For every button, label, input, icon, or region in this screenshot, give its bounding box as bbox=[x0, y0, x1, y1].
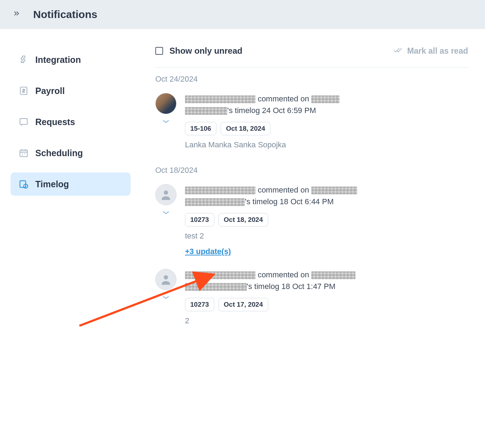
notification-item[interactable]: commented on 's timelog 24 Oct 6:59 PM 1… bbox=[155, 93, 468, 153]
comment-text: Lanka Manka Sanka Sopojka bbox=[185, 140, 468, 149]
avatar bbox=[155, 269, 176, 290]
page-header: Notifications bbox=[0, 0, 485, 29]
timelog-icon bbox=[18, 179, 29, 189]
notification-body: commented on 's timelog 24 Oct 6:59 PM 1… bbox=[185, 93, 468, 153]
requests-icon bbox=[18, 117, 29, 127]
suffix-text: 's timelog bbox=[227, 106, 262, 115]
action-text: commented on bbox=[258, 94, 311, 103]
sidebar-item-integration[interactable]: Integration bbox=[11, 48, 131, 71]
timestamp: 18 Oct 6:44 PM bbox=[280, 197, 334, 206]
sidebar-item-label: Payroll bbox=[35, 86, 65, 96]
sidebar-item-label: Scheduling bbox=[35, 148, 83, 158]
redacted-name bbox=[185, 95, 256, 103]
timestamp: 18 Oct 1:47 PM bbox=[281, 282, 335, 291]
comment-text: test 2 bbox=[185, 231, 468, 241]
redacted-name bbox=[311, 95, 340, 103]
timestamp: 24 Oct 6:59 PM bbox=[262, 106, 316, 115]
job-pill[interactable]: 10273 bbox=[185, 213, 214, 226]
suffix-text: 's timelog bbox=[245, 197, 280, 206]
sidebar-item-label: Timelog bbox=[35, 179, 69, 189]
svg-point-5 bbox=[164, 190, 168, 195]
sidebar-item-payroll[interactable]: Payroll bbox=[11, 79, 131, 102]
notification-left bbox=[155, 93, 176, 153]
date-pill[interactable]: Oct 18, 2024 bbox=[221, 122, 270, 135]
mark-all-read-button[interactable]: Mark all as read bbox=[394, 46, 468, 56]
redacted-name bbox=[185, 283, 247, 291]
date-pill[interactable]: Oct 18, 2024 bbox=[218, 213, 268, 226]
redacted-name bbox=[311, 271, 355, 279]
sidebar-item-timelog[interactable]: Timelog bbox=[11, 172, 131, 196]
notification-body: commented on 's timelog 18 Oct 6:44 PM 1… bbox=[185, 184, 468, 256]
sidebar-item-label: Integration bbox=[35, 55, 81, 65]
date-pill[interactable]: Oct 17, 2024 bbox=[218, 298, 268, 311]
notification-item[interactable]: commented on 's timelog 18 Oct 1:47 PM 1… bbox=[155, 269, 468, 329]
action-text: commented on bbox=[258, 270, 311, 279]
notification-left bbox=[155, 184, 176, 256]
notification-body: commented on 's timelog 18 Oct 1:47 PM 1… bbox=[185, 269, 468, 329]
chevron-down-icon[interactable] bbox=[162, 119, 170, 125]
redacted-name bbox=[185, 107, 227, 115]
job-pill[interactable]: 15-106 bbox=[185, 122, 216, 135]
pill-row: 15-106 Oct 18, 2024 bbox=[185, 122, 468, 135]
updates-link[interactable]: +3 update(s) bbox=[185, 247, 231, 256]
comment-text: 2 bbox=[185, 316, 468, 325]
notification-text: commented on 's timelog 24 Oct 6:59 PM bbox=[185, 93, 468, 116]
notification-item[interactable]: commented on 's timelog 18 Oct 6:44 PM 1… bbox=[155, 184, 468, 256]
pill-row: 10273 Oct 18, 2024 bbox=[185, 213, 468, 226]
sidebar-item-scheduling[interactable]: Scheduling bbox=[11, 141, 131, 165]
redacted-name bbox=[185, 198, 245, 206]
sidebar-item-requests[interactable]: Requests bbox=[11, 110, 131, 134]
scheduling-icon bbox=[18, 148, 29, 158]
checkbox-icon bbox=[155, 47, 163, 55]
avatar bbox=[155, 184, 176, 205]
date-group-header: Oct 24/2024 bbox=[155, 75, 468, 84]
svg-rect-2 bbox=[20, 150, 28, 157]
notification-text: commented on 's timelog 18 Oct 6:44 PM bbox=[185, 184, 468, 207]
integration-icon bbox=[18, 54, 29, 65]
double-check-icon bbox=[394, 46, 403, 56]
sidebar-item-label: Requests bbox=[35, 117, 75, 127]
redacted-name bbox=[185, 271, 256, 279]
date-group-header: Oct 18/2024 bbox=[155, 166, 468, 175]
sidebar: Integration Payroll Requests Scheduling … bbox=[0, 29, 141, 349]
redacted-name bbox=[185, 187, 256, 194]
show-unread-checkbox[interactable]: Show only unread bbox=[155, 46, 243, 56]
redacted-name bbox=[311, 187, 357, 194]
mark-all-label: Mark all as read bbox=[407, 46, 468, 56]
main-layout: Integration Payroll Requests Scheduling … bbox=[0, 29, 485, 349]
notification-text: commented on 's timelog 18 Oct 1:47 PM bbox=[185, 269, 468, 292]
payroll-icon bbox=[18, 86, 29, 96]
job-pill[interactable]: 10273 bbox=[185, 298, 214, 311]
content: Show only unread Mark all as read Oct 24… bbox=[141, 29, 485, 349]
chevron-down-icon[interactable] bbox=[162, 210, 170, 217]
avatar bbox=[155, 93, 176, 114]
collapse-sidebar-icon[interactable] bbox=[13, 10, 20, 19]
action-text: commented on bbox=[258, 185, 311, 194]
pill-row: 10273 Oct 17, 2024 bbox=[185, 298, 468, 311]
notification-left bbox=[155, 269, 176, 329]
content-toolbar: Show only unread Mark all as read bbox=[155, 46, 468, 67]
chevron-down-icon[interactable] bbox=[162, 295, 170, 301]
suffix-text: 's timelog bbox=[247, 282, 281, 291]
svg-rect-1 bbox=[20, 119, 28, 124]
page-title: Notifications bbox=[33, 8, 97, 20]
svg-point-6 bbox=[164, 275, 168, 279]
show-unread-label: Show only unread bbox=[169, 46, 243, 56]
